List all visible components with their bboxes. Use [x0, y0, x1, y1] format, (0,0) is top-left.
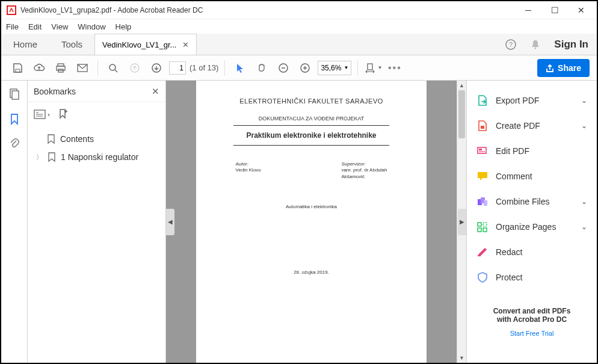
fit-width-icon[interactable]: ▼	[364, 59, 382, 77]
svg-point-9	[109, 64, 116, 70]
edit-pdf-icon	[476, 145, 489, 157]
tab-document[interactable]: VedinKlovo_LV1_gr... ✕	[94, 34, 197, 55]
share-icon	[546, 64, 554, 72]
rail-bookmarks-icon[interactable]	[7, 112, 22, 126]
doc-department: Automatika i elektronika	[286, 204, 337, 209]
chevron-down-icon: ⌄	[581, 96, 587, 105]
mail-icon[interactable]	[73, 59, 91, 77]
svg-text:▼: ▼	[47, 113, 49, 118]
save-icon[interactable]	[8, 59, 26, 77]
rpanel-label: Comment	[496, 171, 587, 181]
page-total: (1 of 13)	[190, 63, 218, 72]
rpanel-export-pdf[interactable]: Export PDF ⌄	[472, 88, 592, 113]
start-trial-link[interactable]: Start Free Trial	[472, 330, 592, 337]
svg-rect-35	[478, 228, 481, 232]
expand-icon[interactable]: 〉	[36, 153, 43, 162]
rpanel-protect[interactable]: Protect	[472, 265, 592, 290]
svg-rect-18	[368, 64, 372, 70]
bell-icon[interactable]	[530, 39, 541, 50]
rpanel-redact[interactable]: Redact	[472, 239, 592, 265]
svg-rect-37	[478, 255, 481, 256]
scroll-thumb[interactable]	[458, 90, 465, 138]
rpanel-create-pdf[interactable]: Create PDF ⌄	[472, 113, 592, 138]
rpanel-label: Export PDF	[496, 96, 574, 105]
bookmark-item-contents[interactable]: Contents	[34, 130, 159, 148]
rpanel-combine[interactable]: Combine Files ⌄	[472, 189, 592, 214]
redact-icon	[476, 246, 489, 258]
chevron-down-icon: ⌄	[581, 122, 587, 130]
zoom-in-icon[interactable]	[296, 59, 314, 77]
organize-icon	[476, 221, 489, 233]
help-icon[interactable]: ?	[505, 39, 517, 51]
menu-window[interactable]: Window	[78, 22, 105, 31]
print-icon[interactable]	[52, 59, 70, 77]
more-tools-icon[interactable]: •••	[386, 59, 404, 77]
promo-text: Convert and edit PDFs with Acrobat Pro D…	[472, 304, 592, 326]
rpanel-label: Create PDF	[496, 121, 574, 131]
find-icon[interactable]	[104, 59, 122, 77]
prev-page-icon[interactable]	[126, 59, 144, 77]
bookmarks-title: Bookmarks	[34, 87, 76, 96]
rpanel-organize[interactable]: Organize Pages ⌄	[472, 214, 592, 239]
viewer-next-icon[interactable]: ▶	[458, 209, 466, 235]
chevron-down-icon: ⌄	[581, 197, 587, 206]
menu-file[interactable]: File	[6, 22, 19, 31]
doc-university: ELEKTROTEHNIČKI FAKULTET SARAJEVO	[239, 97, 383, 105]
rpanel-comment[interactable]: Comment	[472, 164, 592, 189]
cloud-icon[interactable]	[30, 59, 48, 77]
pointer-icon[interactable]	[231, 59, 249, 77]
window-title: VedinKlovo_LV1_grupa2.pdf - Adobe Acroba…	[20, 6, 515, 14]
bookmark-label: 1 Naponski regulator	[61, 152, 138, 162]
menu-view[interactable]: View	[51, 22, 68, 31]
viewer-prev-icon[interactable]: ◀	[166, 209, 174, 235]
next-page-icon[interactable]	[147, 59, 165, 77]
share-label: Share	[558, 63, 581, 73]
supervisor-name2: Akšamović	[341, 174, 387, 180]
svg-text:?: ?	[509, 41, 513, 48]
rpanel-label: Edit PDF	[496, 146, 587, 156]
zoom-value: 35,6%	[321, 64, 341, 72]
tab-close-icon[interactable]: ✕	[182, 40, 189, 49]
bookmark-options-icon[interactable]: ▼	[34, 108, 49, 120]
tab-tools[interactable]: Tools	[49, 34, 94, 55]
bookmarks-close-icon[interactable]: ✕	[152, 86, 159, 97]
share-button[interactable]: Share	[537, 59, 590, 77]
document-viewer[interactable]: ◀ ELEKTROTEHNIČKI FAKULTET SARAJEVO DOKU…	[166, 81, 466, 363]
menu-edit[interactable]: Edit	[28, 22, 42, 31]
zoom-select[interactable]: 35,6%▼	[318, 61, 351, 75]
close-button[interactable]: ✕	[568, 2, 594, 19]
minimize-button[interactable]: ─	[515, 2, 541, 19]
author-label: Autor:	[236, 161, 261, 167]
sign-in-button[interactable]: Sign In	[554, 39, 588, 51]
combine-icon	[476, 196, 489, 208]
chevron-down-icon: ⌄	[581, 223, 587, 231]
rail-pages-icon[interactable]	[7, 87, 22, 101]
bookmark-label: Contents	[60, 134, 94, 144]
rpanel-edit-pdf[interactable]: Edit PDF	[472, 138, 592, 164]
zoom-out-icon[interactable]	[274, 59, 292, 77]
rpanel-label: Combine Files	[496, 197, 574, 206]
scroll-down-icon[interactable]: ▼	[457, 353, 466, 363]
doc-date: 28. ožujka 2019.	[294, 270, 329, 275]
scroll-up-icon[interactable]: ▲	[457, 81, 466, 90]
bookmark-add-icon[interactable]	[58, 108, 69, 120]
bookmark-item-ch1[interactable]: 〉 1 Naponski regulator	[34, 148, 159, 166]
maximize-button[interactable]: ☐	[541, 2, 568, 19]
rpanel-label: Redact	[496, 247, 587, 257]
pdf-page: ELEKTROTEHNIČKI FAKULTET SARAJEVO DOKUME…	[196, 81, 427, 363]
svg-rect-34	[483, 223, 487, 226]
svg-point-3	[535, 47, 537, 49]
svg-rect-36	[483, 228, 487, 232]
menu-help[interactable]: Help	[116, 22, 132, 31]
svg-rect-6	[57, 66, 65, 70]
svg-rect-28	[479, 149, 482, 150]
rail-attachments-icon[interactable]	[7, 137, 22, 152]
bookmark-icon	[47, 134, 55, 144]
page-number-input[interactable]	[169, 61, 186, 75]
export-pdf-icon	[476, 94, 489, 106]
supervisor-name: vanr. prof. dr Abdulah	[341, 167, 387, 173]
tab-home[interactable]: Home	[1, 34, 49, 55]
rpanel-label: Organize Pages	[496, 222, 574, 232]
svg-line-10	[115, 70, 117, 72]
hand-icon[interactable]	[253, 59, 271, 77]
